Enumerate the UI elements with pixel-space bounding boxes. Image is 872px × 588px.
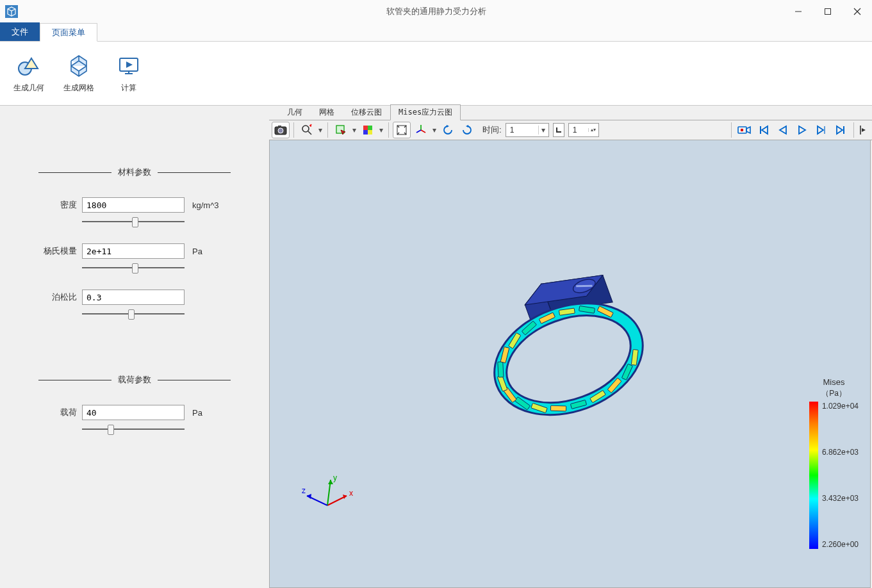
tab-displacement[interactable]: 位移云图 [343,104,390,120]
color-dropdown[interactable]: ▾ [378,126,384,135]
svg-marker-41 [862,128,866,132]
select-mode-button[interactable] [332,122,350,138]
svg-line-23 [421,130,425,133]
mesh-icon [66,53,92,79]
axes-dropdown[interactable]: ▾ [431,126,438,135]
screenshot-button[interactable] [272,122,290,138]
density-unit: kg/m^3 [192,200,219,210]
svg-marker-38 [837,126,843,134]
zoom-dropdown[interactable]: ▾ [317,126,324,135]
play-button[interactable] [793,122,811,138]
tab-mesh[interactable]: 网格 [311,104,343,120]
legend-labels: 1.029e+04 6.862e+03 3.432e+03 2.260e+00 [822,402,859,549]
svg-rect-17 [363,126,368,130]
skip-end-button[interactable] [832,122,850,138]
tab-file[interactable]: 文件 [0,22,40,41]
compute-button[interactable]: 计算 [106,53,151,94]
density-slider[interactable] [82,215,185,228]
rotate-cw-button[interactable] [458,122,476,138]
tab-page-menu[interactable]: 页面菜单 [40,23,97,42]
svg-marker-33 [762,126,768,134]
generate-geometry-button[interactable]: 生成几何 [6,53,51,94]
load-row: 载荷 Pa [38,405,231,420]
zoom-button[interactable] [298,122,316,138]
color-legend: Mises （Pa） 1.029e+04 6.862e+03 3.432e+03… [809,377,859,549]
youngs-input[interactable] [82,243,185,259]
density-label: 密度 [38,199,77,211]
axes-view-button[interactable] [412,122,430,138]
svg-marker-30 [746,127,750,133]
legend-subtitle: （Pa） [821,388,846,399]
rotate-ccw-button[interactable] [439,122,457,138]
youngs-label: 杨氏模量 [38,245,77,257]
tab-mises[interactable]: Mises应力云图 [390,104,461,120]
viewport-3d[interactable]: x y z Mises （Pa） 1.029e+04 6.862e+ [269,140,871,588]
tab-geometry[interactable]: 几何 [279,104,311,120]
youngs-unit: Pa [192,247,202,256]
poisson-row: 泊松比 [38,290,231,305]
ribbon-label: 生成网格 [63,83,94,94]
load-unit: Pa [192,408,202,418]
time-combo-1[interactable]: 1▾ [506,123,549,137]
time-combo-2[interactable]: 1 ▴▾ [568,123,599,137]
menu-tabs: 文件 页面菜单 [0,22,872,42]
svg-rect-54 [550,405,566,411]
window-title: 软管夹的通用静力受力分析 [386,6,486,17]
expand-button[interactable] [858,122,869,138]
youngs-slider[interactable] [82,261,185,274]
poisson-slider[interactable] [82,307,185,320]
viewer-tabs: 几何 网格 位移云图 Mises应力云图 [269,106,872,120]
svg-rect-59 [497,362,503,377]
svg-rect-13 [278,126,281,127]
svg-line-24 [416,130,421,133]
svg-point-14 [302,126,309,132]
youngs-row: 杨氏模量 Pa [38,243,231,259]
model-render [468,243,673,450]
ribbon-label: 计算 [121,83,136,94]
fit-view-button[interactable] [393,122,411,138]
maximize-button[interactable] [813,0,843,22]
svg-rect-18 [368,126,372,130]
close-button[interactable] [843,0,872,22]
poisson-input[interactable] [82,290,185,305]
color-cube-button[interactable] [359,122,377,138]
svg-text:z: z [302,486,306,495]
svg-marker-36 [818,126,823,134]
time-label: 时间: [482,124,502,136]
time-step-button[interactable] [553,123,564,137]
svg-marker-25 [447,125,449,127]
load-label: 载荷 [38,407,77,418]
record-button[interactable] [736,122,753,138]
ribbon: 生成几何 生成网格 计算 [0,42,872,106]
density-input[interactable] [82,197,185,213]
play-reverse-button[interactable] [774,122,792,138]
geometry-icon [16,53,42,79]
window-controls [784,0,872,22]
viewer-panel: 几何 网格 位移云图 Mises应力云图 ▾ ▾ [269,106,872,588]
minimize-button[interactable] [784,0,813,22]
compute-icon [116,53,142,79]
load-params-header: 载荷参数 [38,374,231,386]
app-icon [5,5,18,18]
skip-start-button[interactable] [755,122,773,138]
poisson-label: 泊松比 [38,291,77,303]
svg-line-15 [308,131,311,135]
legend-title: Mises [823,377,844,387]
title-bar: 软管夹的通用静力受力分析 [0,0,872,22]
select-dropdown[interactable]: ▾ [351,126,358,135]
ribbon-label: 生成几何 [13,83,44,94]
generate-mesh-button[interactable]: 生成网格 [56,53,101,94]
sidebar: 材料参数 密度 kg/m^3 杨氏模量 Pa 泊松比 载荷参数 [0,106,269,588]
svg-point-31 [741,129,743,131]
load-input[interactable] [82,405,185,420]
step-forward-button[interactable] [812,122,830,138]
svg-marker-34 [780,126,786,134]
axis-triad: x y z [302,470,359,523]
density-row: 密度 kg/m^3 [38,197,231,213]
material-params-header: 材料参数 [38,167,231,178]
viewer-toolbar: ▾ ▾ ▾ ▾ [269,120,872,140]
load-slider[interactable] [82,423,185,436]
svg-rect-19 [363,130,368,135]
svg-rect-28 [556,127,557,133]
legend-gradient [809,402,818,549]
